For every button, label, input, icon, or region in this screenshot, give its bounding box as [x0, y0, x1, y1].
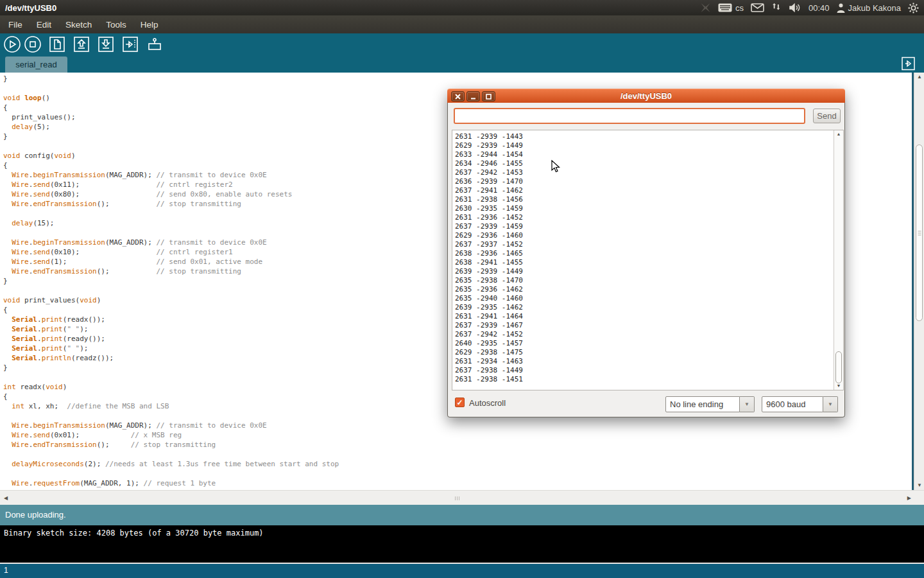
menu-tools[interactable]: Tools	[99, 17, 133, 33]
keyboard-icon	[718, 3, 732, 12]
status-bar: Done uploading.	[0, 505, 924, 525]
serial-scrollbar[interactable]: ▲ ▼	[834, 130, 843, 390]
serial-scrollbar-thumb[interactable]	[835, 351, 842, 383]
tab-menu-button[interactable]	[901, 57, 916, 71]
ubuntu-top-panel: /dev/ttyUSB0 cs	[0, 0, 924, 15]
clock[interactable]: 00:40	[809, 3, 830, 13]
stop-button[interactable]	[23, 35, 42, 54]
tab-label: serial_read	[15, 60, 56, 69]
system-tray: cs 00:40	[700, 0, 924, 15]
upload-button[interactable]	[121, 35, 140, 54]
menu-file[interactable]: File	[1, 17, 30, 33]
serial-scroll-up-arrow[interactable]: ▲	[834, 130, 843, 138]
tab-bar: serial_read	[0, 55, 924, 73]
window-controls	[451, 91, 495, 101]
new-sketch-button[interactable]	[47, 35, 67, 54]
user-menu[interactable]: Jakub Kakona	[837, 3, 901, 13]
scroll-down-arrow[interactable]: ▼	[914, 481, 924, 490]
serial-monitor-button[interactable]	[145, 35, 164, 54]
editor-horizontal-scrollbar[interactable]: ◀ ▶	[0, 490, 924, 505]
current-line-number: 1	[4, 566, 8, 575]
hscroll-grip[interactable]	[455, 496, 459, 500]
line-number-strip: 1	[0, 563, 924, 578]
baud-dropdown-arrow[interactable]: ▼	[823, 396, 838, 412]
line-ending-select[interactable]: No line ending	[665, 396, 740, 412]
keyboard-layout-label: cs	[735, 3, 744, 13]
app-indicator-icon[interactable]	[700, 3, 711, 13]
mouse-cursor	[551, 160, 561, 176]
baud-rate-select[interactable]: 9600 baud	[762, 396, 823, 412]
autoscroll-checkbox[interactable]: ✓	[455, 398, 465, 407]
network-sync-icon[interactable]	[771, 3, 782, 13]
maximize-button[interactable]	[482, 91, 495, 101]
serial-monitor-window: /dev/ttyUSB0 Send 2631 -2939 -14432629 -…	[447, 89, 845, 417]
status-message: Done uploading.	[5, 510, 66, 520]
serial-send-input[interactable]	[454, 108, 805, 124]
keyboard-layout-indicator[interactable]: cs	[718, 3, 744, 13]
tab-serial-read[interactable]: serial_read	[5, 57, 67, 73]
window-title: /dev/ttyUSB0	[5, 3, 56, 13]
serial-output-panel[interactable]: 2631 -2939 -14432629 -2939 -14492633 -29…	[452, 130, 844, 390]
minimize-button[interactable]	[466, 91, 480, 101]
editor-scrollbar-thumb[interactable]	[916, 144, 923, 321]
console-text: Binary sketch size: 4208 bytes (of a 307…	[4, 529, 264, 538]
serial-scroll-down-arrow[interactable]: ▼	[834, 382, 843, 390]
ide-toolbar	[0, 33, 924, 55]
scroll-up-arrow[interactable]: ▲	[914, 73, 924, 82]
line-ending-dropdown-arrow[interactable]: ▼	[740, 396, 755, 412]
serial-window-body: Send 2631 -2939 -14432629 -2939 -1449263…	[447, 103, 845, 417]
menu-edit[interactable]: Edit	[30, 17, 58, 33]
scroll-left-arrow[interactable]: ◀	[4, 491, 8, 505]
user-icon	[837, 3, 845, 13]
send-button[interactable]: Send	[813, 109, 841, 123]
editor-vertical-scrollbar[interactable]: ▲ ▼	[914, 73, 924, 490]
desktop: /dev/ttyUSB0 cs	[0, 0, 924, 578]
menu-help[interactable]: Help	[133, 17, 166, 33]
menu-sketch[interactable]: Sketch	[58, 17, 99, 33]
verify-button[interactable]	[3, 35, 22, 54]
serial-window-title: /dev/ttyUSB0	[620, 91, 672, 101]
volume-icon[interactable]	[789, 3, 801, 13]
build-console: Binary sketch size: 4208 bytes (of a 307…	[0, 525, 924, 563]
open-sketch-button[interactable]	[72, 35, 91, 54]
serial-output: 2631 -2939 -14432629 -2939 -14492633 -29…	[452, 130, 834, 390]
user-name: Jakub Kakona	[848, 3, 901, 13]
menu-bar: FileEditSketchToolsHelp	[0, 15, 924, 33]
autoscroll-label: Autoscroll	[469, 398, 506, 408]
close-button[interactable]	[451, 91, 465, 101]
save-sketch-button[interactable]	[96, 35, 116, 54]
serial-window-titlebar[interactable]: /dev/ttyUSB0	[447, 89, 845, 103]
session-gear-icon[interactable]	[908, 3, 919, 13]
mail-icon[interactable]	[751, 3, 764, 12]
scroll-right-arrow[interactable]: ▶	[907, 491, 911, 505]
